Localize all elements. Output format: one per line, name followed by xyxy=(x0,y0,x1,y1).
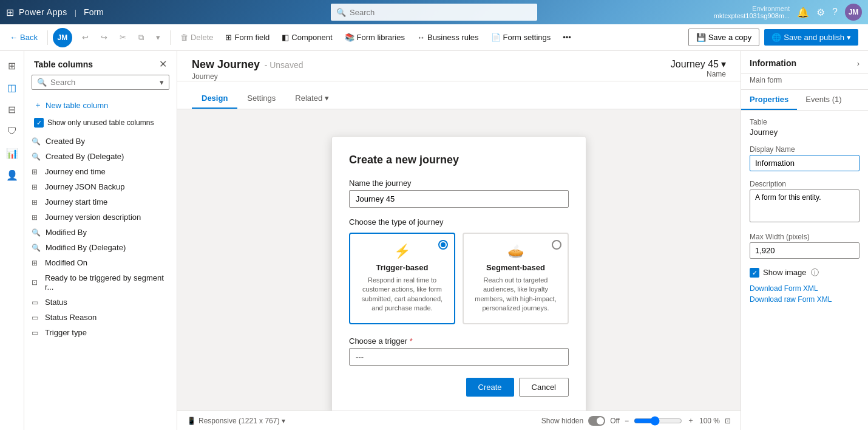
avatar[interactable]: JM xyxy=(845,4,862,21)
show-unused-checkbox[interactable]: ✓ xyxy=(34,118,44,128)
nav-home-icon[interactable]: ⊞ xyxy=(2,56,22,75)
rightpanel-tabs: Properties Events (1) xyxy=(741,90,868,111)
max-width-input[interactable] xyxy=(750,242,860,259)
sidebar-item-label: Created By (Delegate) xyxy=(46,152,124,161)
download-form-xml-link[interactable]: Download Form XML xyxy=(750,284,860,293)
sidebar-item-status-reason[interactable]: ▭ Status Reason xyxy=(27,310,174,325)
trigger-radio[interactable] xyxy=(438,240,448,250)
search-input[interactable] xyxy=(350,8,532,17)
notification-icon[interactable]: 🔔 xyxy=(797,7,809,18)
create-button[interactable]: Create xyxy=(466,378,514,397)
show-image-info-icon[interactable]: ⓘ xyxy=(811,268,819,277)
tab-events[interactable]: Events (1) xyxy=(797,90,850,110)
redo-button[interactable]: ↪ xyxy=(96,30,112,44)
cancel-button[interactable]: Cancel xyxy=(519,378,569,397)
left-nav: ⊞ ◫ ⊟ 🛡 📊 👤 xyxy=(0,51,24,430)
journey-type-label: Choose the type of journey xyxy=(349,217,569,227)
show-image-row: ✓ Show image ⓘ xyxy=(750,267,860,278)
trigger-input[interactable] xyxy=(349,348,569,366)
sidebar-item-journey-version[interactable]: ⊞ Journey version description xyxy=(27,210,174,225)
component-icon: ◧ xyxy=(282,33,289,42)
sidebar-item-modified-by[interactable]: 🔍 Modified By xyxy=(27,225,174,240)
business-rules-button[interactable]: ↔ Business rules xyxy=(412,30,484,44)
sidebar-filter-icon[interactable]: ▾ xyxy=(160,78,164,87)
form-libraries-button[interactable]: 📚 Form libraries xyxy=(340,30,410,44)
table-label: Table xyxy=(750,118,860,126)
toggle-state-label: Off xyxy=(610,417,620,425)
nav-chart-icon[interactable]: 📊 xyxy=(2,143,22,163)
sidebar-search-box[interactable]: 🔍 ▾ xyxy=(32,75,169,90)
sidebar-item-trigger-type[interactable]: ▭ Trigger type xyxy=(27,325,174,340)
sidebar-item-created-by[interactable]: 🔍 Created By xyxy=(27,134,174,149)
form-settings-button[interactable]: 📄 Form settings xyxy=(486,30,556,44)
create-journey-dialog: Create a new journey Name the journey Ch… xyxy=(331,136,586,411)
sidebar-item-label: Created By xyxy=(46,137,85,146)
rightpanel-subtitle: Main form xyxy=(741,73,868,90)
form-field-button[interactable]: ⊞ Form field xyxy=(220,30,274,44)
sidebar-item-journey-start-time[interactable]: ⊞ Journey start time xyxy=(27,194,174,210)
topbar-search-box[interactable]: 🔍 xyxy=(331,4,537,21)
segment-radio[interactable] xyxy=(552,240,561,250)
show-unused-checkbox-row[interactable]: ✓ Show only unused table columns xyxy=(32,115,169,130)
save-publish-button[interactable]: 🌐 Save and publish ▾ xyxy=(764,29,858,46)
component-button[interactable]: ◧ Component xyxy=(277,30,337,44)
form-settings-icon: 📄 xyxy=(491,33,501,42)
copy-button[interactable]: ⧉ xyxy=(134,30,149,45)
fit-page-icon[interactable]: ⊡ xyxy=(725,417,731,425)
expand-icon[interactable]: ▾ xyxy=(721,58,726,70)
sidebar-item-ready-segment[interactable]: ⊡ Ready to be triggered by segment r... xyxy=(27,270,174,295)
journey-name-input[interactable] xyxy=(349,190,569,208)
sidebar-close-icon[interactable]: ✕ xyxy=(159,58,167,70)
trigger-based-card[interactable]: ⚡ Trigger-based Respond in real time to … xyxy=(349,233,455,324)
publish-icon: 🌐 xyxy=(771,33,781,42)
zoom-minus-icon[interactable]: − xyxy=(625,417,629,425)
sidebar-search-input[interactable] xyxy=(50,78,156,87)
settings-icon[interactable]: ⚙ xyxy=(816,7,825,18)
env-info: Environment mktcxptest1031sg908m... xyxy=(714,5,790,19)
more-button[interactable]: ▾ xyxy=(151,30,165,44)
save-copy-button[interactable]: 💾 Save a copy xyxy=(688,29,760,46)
description-textarea[interactable]: A form for this entity. xyxy=(750,189,860,222)
tab-properties[interactable]: Properties xyxy=(741,90,797,110)
sidebar-item-status[interactable]: ▭ Status xyxy=(27,295,174,310)
responsive-selector[interactable]: 📱 Responsive (1221 x 767) ▾ xyxy=(187,417,285,425)
sidebar-item-modified-by-delegate[interactable]: 🔍 Modified By (Delegate) xyxy=(27,240,174,255)
show-hidden-label: Show hidden xyxy=(541,417,583,425)
search-icon: 🔍 xyxy=(336,8,346,17)
command-bar: ← Back JM ↩ ↪ ✂ ⧉ ▾ 🗑 Delete ⊞ Form fiel… xyxy=(0,24,868,51)
cut-button[interactable]: ✂ xyxy=(115,30,131,44)
more-options-button[interactable]: ••• xyxy=(558,30,576,44)
new-table-column-button[interactable]: ＋ New table column xyxy=(32,97,169,113)
journey-name-label: Name the journey xyxy=(349,179,569,188)
nav-data-icon[interactable]: ⊟ xyxy=(2,100,22,119)
zoom-slider[interactable] xyxy=(634,416,682,426)
nav-shield-icon[interactable]: 🛡 xyxy=(2,121,22,141)
download-raw-xml-link[interactable]: Download raw Form XML xyxy=(750,295,860,304)
page-label: Form xyxy=(84,7,104,17)
back-button[interactable]: ← Back xyxy=(10,33,38,42)
sidebar-item-modified-on[interactable]: ⊞ Modified On xyxy=(27,255,174,270)
sidebar-item-created-by-delegate[interactable]: 🔍 Created By (Delegate) xyxy=(27,149,174,164)
add-icon: ＋ xyxy=(34,100,42,111)
tab-related[interactable]: Related ▾ xyxy=(285,89,339,109)
zoom-plus-icon[interactable]: ＋ xyxy=(687,415,694,426)
nav-people-icon[interactable]: 👤 xyxy=(2,165,22,185)
sidebar-item-journey-json[interactable]: ⊞ Journey JSON Backup xyxy=(27,179,174,194)
max-width-field: Max Width (pixels) xyxy=(750,233,860,259)
show-image-checkbox[interactable]: ✓ xyxy=(750,268,759,278)
waffle-icon[interactable]: ⊞ xyxy=(6,7,14,18)
tab-design[interactable]: Design xyxy=(192,89,237,109)
nav-layers-icon[interactable]: ◫ xyxy=(2,78,22,97)
sidebar-item-journey-end-time[interactable]: ⊞ Journey end time xyxy=(27,164,174,179)
segment-based-card[interactable]: 🥧 Segment-based Reach out to targeted au… xyxy=(463,233,569,324)
display-name-input[interactable] xyxy=(750,155,860,171)
show-hidden-toggle[interactable] xyxy=(588,416,605,426)
form-header: New Journey - Unsaved Journey Journey 45… xyxy=(177,51,741,81)
tab-settings[interactable]: Settings xyxy=(237,89,285,109)
datetime-icon: ⊞ xyxy=(32,259,40,267)
rightpanel-expand-icon[interactable]: › xyxy=(857,59,860,68)
undo-button[interactable]: ↩ xyxy=(77,30,93,44)
delete-button[interactable]: 🗑 Delete xyxy=(175,30,219,44)
help-icon[interactable]: ? xyxy=(832,7,838,18)
trigger-label: Choose a trigger * xyxy=(349,336,569,346)
